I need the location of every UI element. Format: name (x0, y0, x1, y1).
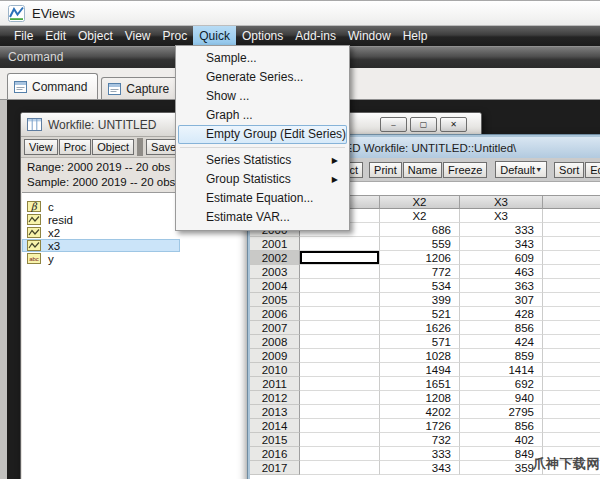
table-cell[interactable]: 428 (460, 307, 543, 321)
table-cell[interactable] (300, 447, 380, 461)
table-cell[interactable]: 402 (460, 433, 543, 447)
obs-label-2005[interactable]: 2005 (250, 293, 300, 307)
workfile-object-x2[interactable]: x2 (22, 226, 180, 239)
table-cell[interactable] (543, 433, 600, 447)
table-cell[interactable]: 363 (460, 279, 543, 293)
menubar-item-view[interactable]: View (119, 26, 157, 46)
table-cell[interactable]: 359 (460, 461, 543, 475)
column-header-x3[interactable]: X3 (460, 196, 543, 209)
obs-label-2010[interactable]: 2010 (250, 363, 300, 377)
obs-label-2003[interactable]: 2003 (250, 265, 300, 279)
table-cell[interactable]: 571 (380, 335, 460, 349)
table-cell[interactable]: 333 (460, 223, 543, 237)
minimize-button[interactable]: – (380, 117, 407, 132)
obs-label-2007[interactable]: 2007 (250, 321, 300, 335)
table-cell[interactable] (543, 223, 600, 237)
table-cell[interactable]: 343 (380, 461, 460, 475)
table-cell[interactable]: 849 (460, 447, 543, 461)
table-cell[interactable] (543, 363, 600, 377)
table-cell[interactable] (543, 265, 600, 279)
table-cell[interactable] (543, 237, 600, 251)
workfile-button-proc[interactable]: Proc (59, 139, 92, 155)
quick-menu-item-graph[interactable]: Graph ... (178, 106, 347, 125)
table-cell[interactable]: 307 (460, 293, 543, 307)
table-cell[interactable] (543, 391, 600, 405)
table-cell[interactable]: 856 (460, 321, 543, 335)
table-cell[interactable]: 559 (380, 237, 460, 251)
table-cell[interactable]: 1208 (380, 391, 460, 405)
table-cell[interactable]: 692 (460, 377, 543, 391)
quick-menu-item-sample[interactable]: Sample... (178, 49, 347, 68)
table-cell[interactable] (300, 433, 380, 447)
group-view-mode-dropdown[interactable]: Default▼ (495, 161, 547, 178)
obs-label-2011[interactable]: 2011 (250, 377, 300, 391)
table-cell[interactable] (300, 335, 380, 349)
table-cell[interactable]: 609 (460, 251, 543, 265)
table-cell[interactable]: 463 (460, 265, 543, 279)
workfile-object-c[interactable]: βc (22, 200, 180, 213)
table-cell[interactable]: 856 (460, 419, 543, 433)
column-header[interactable] (543, 196, 600, 209)
obs-label-2017[interactable]: 2017 (250, 461, 300, 475)
table-cell[interactable] (543, 307, 600, 321)
workfile-button-view[interactable]: View (24, 139, 58, 155)
table-cell[interactable]: 424 (460, 335, 543, 349)
close-button[interactable]: ✕ (440, 117, 467, 132)
group-button-sort[interactable]: Sort (554, 162, 584, 178)
obs-label-2008[interactable]: 2008 (250, 335, 300, 349)
menubar-item-window[interactable]: Window (342, 26, 397, 46)
table-cell[interactable] (300, 321, 380, 335)
obs-label-2006[interactable]: 2006 (250, 307, 300, 321)
workfile-button-object[interactable]: Object (92, 139, 134, 155)
table-cell[interactable] (300, 307, 380, 321)
tab-command[interactable]: Command (7, 73, 98, 99)
group-button-freeze[interactable]: Freeze (443, 162, 487, 178)
table-cell[interactable]: 686 (380, 223, 460, 237)
table-cell[interactable] (543, 321, 600, 335)
table-cell[interactable] (543, 251, 600, 265)
table-cell[interactable]: 940 (460, 391, 543, 405)
table-cell[interactable]: 1626 (380, 321, 460, 335)
table-cell[interactable]: 772 (380, 265, 460, 279)
menubar-item-proc[interactable]: Proc (157, 26, 194, 46)
table-cell[interactable] (300, 265, 380, 279)
obs-label-2002[interactable]: 2002 (250, 251, 300, 265)
table-cell[interactable]: 343 (460, 237, 543, 251)
table-cell[interactable] (543, 335, 600, 349)
table-cell[interactable] (300, 419, 380, 433)
table-cell[interactable]: 534 (380, 279, 460, 293)
menubar-item-help[interactable]: Help (397, 26, 434, 46)
table-cell[interactable] (300, 279, 380, 293)
obs-label-2009[interactable]: 2009 (250, 349, 300, 363)
table-cell[interactable] (300, 461, 380, 475)
menubar-item-add-ins[interactable]: Add-ins (289, 26, 342, 46)
table-cell[interactable] (300, 405, 380, 419)
group-button-edit[interactable]: Edit+/- (585, 162, 600, 178)
menubar-item-file[interactable]: File (8, 26, 39, 46)
quick-menu-item-estimate-var[interactable]: Estimate VAR... (178, 208, 347, 227)
obs-label-2004[interactable]: 2004 (250, 279, 300, 293)
table-cell[interactable] (543, 405, 600, 419)
menubar-item-edit[interactable]: Edit (39, 26, 72, 46)
quick-menu-item-empty-group-edit-series[interactable]: Empty Group (Edit Series) (178, 125, 347, 144)
table-cell[interactable]: 2795 (460, 405, 543, 419)
quick-menu-item-show[interactable]: Show ... (178, 87, 347, 106)
quick-menu-item-generate-series[interactable]: Generate Series... (178, 68, 347, 87)
table-cell[interactable]: 1726 (380, 419, 460, 433)
table-cell[interactable]: 1028 (380, 349, 460, 363)
table-cell[interactable]: 333 (380, 447, 460, 461)
table-cell[interactable]: 1414 (460, 363, 543, 377)
maximize-button[interactable]: ▢ (410, 117, 437, 132)
table-cell[interactable] (300, 363, 380, 377)
table-cell[interactable] (300, 293, 380, 307)
menubar-item-quick[interactable]: Quick (193, 26, 236, 46)
table-cell[interactable] (300, 377, 380, 391)
table-cell[interactable]: 859 (460, 349, 543, 363)
table-cell[interactable] (543, 293, 600, 307)
table-cell[interactable]: 1206 (380, 251, 460, 265)
table-cell[interactable] (543, 419, 600, 433)
menubar-item-options[interactable]: Options (236, 26, 289, 46)
obs-label-2013[interactable]: 2013 (250, 405, 300, 419)
table-cell[interactable]: 732 (380, 433, 460, 447)
quick-menu-item-series-statistics[interactable]: Series Statistics▶ (178, 151, 347, 170)
